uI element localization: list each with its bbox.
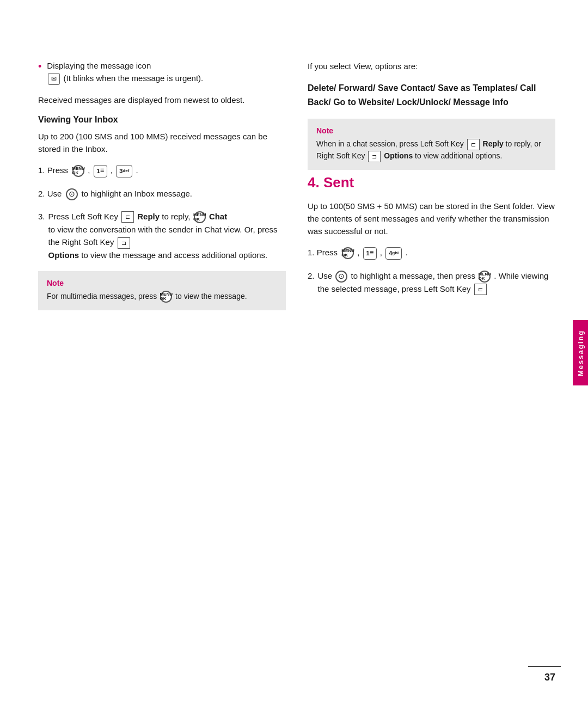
right-note-options: Options (384, 151, 413, 160)
key-3: 3def (116, 165, 132, 177)
step3-middle: to reply, (162, 212, 192, 221)
sent-step2-content: Use ⊙ to highlight a message, then press… (318, 269, 555, 296)
sent-step1-label: 1. Press (308, 246, 338, 259)
messaging-tab: Messaging (573, 320, 588, 385)
section4-title: 4. Sent (308, 174, 555, 191)
received-para: Received messages are displayed from new… (38, 94, 286, 106)
sent-step2-middle: to highlight a message, then press (351, 271, 475, 280)
step3-prefix: Press Left Soft Key (48, 212, 121, 221)
step2-suffix: to highlight an Inbox message. (82, 189, 192, 198)
key-4-sent: 4ghi (385, 247, 402, 260)
left-column: • Displaying the message icon ✉ (It blin… (38, 60, 286, 645)
menu-ok-icon-sent1: MENUOK (342, 247, 354, 259)
step3-options: Options (48, 250, 79, 260)
step2-content: ⊙ to highlight an Inbox message. (65, 187, 192, 200)
right-note-line1: When in a chat session, press Left Soft … (316, 139, 464, 148)
left-note-text-2: to view the message. (175, 292, 247, 301)
key-1: 1☰ (94, 165, 107, 177)
step2-prefix: 2. Use (38, 187, 62, 200)
key-1-sent: 1☰ (363, 247, 377, 260)
bullet-text-line1: Displaying the message icon (47, 61, 151, 70)
sent-step1-icons: MENUOK , 1☰ , 4ghi . (341, 246, 408, 260)
sent-step2-prefix: Use (318, 271, 335, 280)
left-softkey-icon-3: ⊏ (121, 211, 134, 223)
menu-ok-icon-note: MENUOK (160, 291, 172, 303)
nav-icon-sent2: ⊙ (335, 271, 347, 283)
section4-number: 4. (308, 174, 320, 191)
viewing-inbox-heading: Viewing Your Inbox (38, 115, 286, 125)
left-softkey-icon-sent2: ⊏ (474, 284, 487, 295)
nav-icon-2: ⊙ (66, 188, 78, 200)
step-1: 1. Press MENUOK , 1☰ , 3def . (38, 164, 286, 177)
right-note-label: Note (316, 126, 547, 135)
right-note-box: Note When in a chat session, press Left … (308, 119, 555, 169)
left-note-text-1: For multimedia messages, press (47, 292, 157, 301)
step1-label: 1. Press (38, 164, 68, 176)
right-note-reply: Reply (483, 139, 504, 148)
bullet-text-line2: (It blinks when the message is urgent). (63, 73, 203, 83)
left-softkey-icon-note: ⊏ (467, 139, 480, 150)
menu-ok-icon-1: MENUOK (72, 165, 84, 177)
bullet-dot: • (38, 61, 41, 72)
step3-reply: Reply (137, 212, 160, 221)
divider-line (528, 666, 561, 667)
left-note-label: Note (47, 279, 277, 287)
step-3: 3. Press Left Soft Key ⊏ Reply to reply,… (38, 210, 286, 261)
step3-end: to view the message and access additiona… (81, 250, 267, 260)
page-number: 37 (544, 672, 555, 683)
options-bold-text: Delete/ Forward/ Save Contact/ Save as T… (308, 81, 555, 109)
section4-title-text: Sent (323, 174, 354, 191)
right-column: If you select View, options are: Delete/… (308, 60, 555, 645)
menu-ok-icon-3: MENUOK (194, 211, 206, 223)
step3-chat: Chat (209, 212, 227, 221)
sent-para: Up to 100(50 SMS + 50 MMS) can be stored… (308, 200, 555, 238)
sent-step-1: 1. Press MENUOK , 1☰ , 4ghi . (308, 246, 555, 260)
menu-ok-icon-sent2: MENUOK (479, 271, 491, 283)
right-softkey-icon-3: ⊐ (118, 237, 130, 249)
bullet-text: Displaying the message icon ✉ (It blinks… (47, 60, 203, 85)
left-note-box: Note For multimedia messages, press MENU… (38, 271, 286, 310)
view-intro: If you select View, options are: (308, 60, 555, 72)
right-note-text: When in a chat session, press Left Soft … (316, 138, 547, 162)
left-note-text: For multimedia messages, press MENUOK to… (47, 291, 277, 303)
sent-step-2: 2. Use ⊙ to highlight a message, then pr… (308, 269, 555, 296)
bullet-item-1: • Displaying the message icon ✉ (It blin… (38, 60, 286, 85)
inbox-para: Up to 200 (100 SMS and 100 MMS) received… (38, 130, 286, 156)
step1-icons: MENUOK , 1☰ , 3def . (71, 164, 138, 177)
step3-num: 3. (38, 210, 45, 223)
sent-step2-num: 2. (308, 269, 315, 282)
step-2: 2. Use ⊙ to highlight an Inbox message. (38, 187, 286, 200)
right-softkey-icon-note: ⊐ (368, 151, 381, 162)
step3-desc: to view the conversation with the sender… (48, 225, 278, 247)
right-note-line3: to view additional options. (415, 151, 502, 160)
step3-content: Press Left Soft Key ⊏ Reply to reply, ME… (48, 210, 286, 261)
message-icon: ✉ (48, 73, 60, 85)
